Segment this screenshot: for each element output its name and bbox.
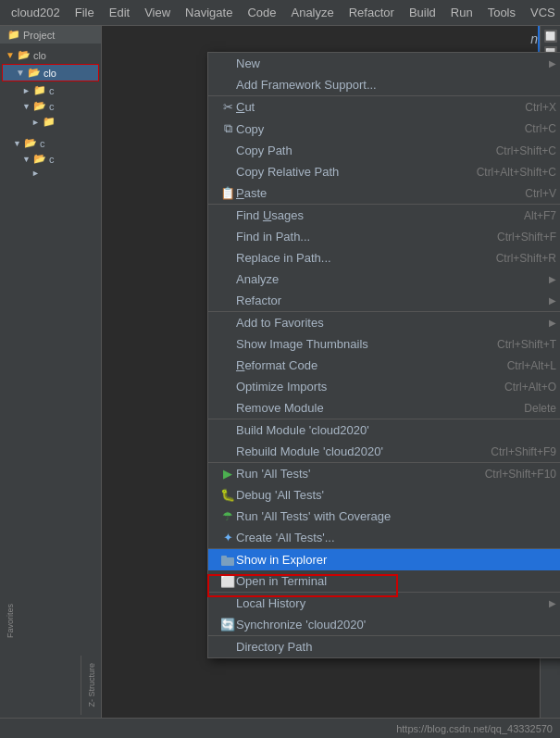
menu-vcs[interactable]: VCS xyxy=(523,2,560,23)
folder-icon-7: 📂 xyxy=(33,153,46,165)
tree-label-selected: clo xyxy=(44,68,56,79)
tree-item-c5[interactable]: ▼ 📂 c xyxy=(0,151,101,167)
menu-item-new-label: New xyxy=(236,56,549,70)
tree-item-selected[interactable]: ▼ 📂 clo xyxy=(2,64,99,81)
create-tests-icon: ✦ xyxy=(219,531,236,544)
menu-item-copy-label: Copy xyxy=(236,122,506,136)
svg-rect-1 xyxy=(221,556,227,559)
menu-item-debug[interactable]: 🐛 Debug 'All Tests' xyxy=(208,484,560,506)
menu-item-debug-label: Debug 'All Tests' xyxy=(236,488,556,502)
menu-item-find-in-path-label: Find in Path... xyxy=(236,230,479,244)
menu-item-build-module[interactable]: Build Module 'cloud2020' xyxy=(208,419,560,441)
menu-item-open-terminal-label: Open in Terminal xyxy=(236,574,556,588)
menu-item-build-label: Build Module 'cloud2020' xyxy=(236,423,556,437)
find-in-path-shortcut: Ctrl+Shift+F xyxy=(479,231,556,244)
menu-item-analyze-label: Analyze xyxy=(236,272,549,286)
tree-item-c2[interactable]: ▼ 📂 c xyxy=(0,98,101,114)
menu-analyze[interactable]: Analyze xyxy=(283,2,341,23)
favorites-label-area[interactable]: Favorites xyxy=(0,602,20,640)
new-arrow-icon: ▶ xyxy=(549,58,556,69)
menu-item-new[interactable]: New ▶ xyxy=(208,53,560,74)
menu-item-find-in-path[interactable]: Find in Path... Ctrl+Shift+F xyxy=(208,226,560,247)
arrow-icon-6: ► xyxy=(31,169,40,178)
menu-item-cut[interactable]: ✂ Cut Ctrl+X xyxy=(208,96,560,118)
coverage-icon: ☂ xyxy=(219,509,236,523)
project-tab[interactable]: 📁 Project xyxy=(0,26,101,44)
menu-item-add-favorites[interactable]: Add to Favorites ▶ xyxy=(208,312,560,333)
menu-item-copy-path[interactable]: Copy Path Ctrl+Shift+C xyxy=(208,140,560,161)
cut-icon: ✂ xyxy=(219,100,236,114)
sidebar-label-structure[interactable]: Z- Structure xyxy=(85,659,98,711)
menu-item-run[interactable]: ▶ Run 'All Tests' Ctrl+Shift+F10 xyxy=(208,463,560,484)
menu-run[interactable]: Run xyxy=(443,2,480,23)
menu-item-remove-label: Remove Module xyxy=(236,401,505,415)
menu-item-rebuild-module[interactable]: Rebuild Module 'cloud2020' Ctrl+Shift+F9 xyxy=(208,441,560,462)
menu-item-reformat-label: Reformat Code xyxy=(236,358,489,372)
tree-label-c5: c xyxy=(49,154,55,165)
menu-item-coverage[interactable]: ☂ Run 'All Tests' with Coverage xyxy=(208,506,560,527)
menu-view[interactable]: View xyxy=(137,2,178,23)
menu-item-coverage-label: Run 'All Tests' with Coverage xyxy=(236,509,556,523)
menu-item-open-terminal[interactable]: ⬜ Open in Terminal xyxy=(208,570,560,592)
rebuild-shortcut: Ctrl+Shift+F9 xyxy=(472,445,556,458)
menu-section-6: ▶ Run 'All Tests' Ctrl+Shift+F10 🐛 Debug… xyxy=(208,463,560,549)
arrow-icon-2: ▼ xyxy=(22,102,31,111)
menu-item-show-in-explorer[interactable]: Show in Explorer xyxy=(208,549,560,570)
menu-item-find-usages[interactable]: Find Usages Alt+F7 xyxy=(208,205,560,226)
menu-item-directory-label: Directory Path xyxy=(236,640,556,654)
scroll-btn-1[interactable]: ⬜ xyxy=(544,30,557,43)
menu-item-replace-in-path[interactable]: Replace in Path... Ctrl+Shift+R xyxy=(208,247,560,269)
menu-item-analyze[interactable]: Analyze ▶ xyxy=(208,269,560,290)
menu-edit[interactable]: Edit xyxy=(102,2,137,23)
folder-icon-6: 📂 xyxy=(24,137,37,149)
menu-item-add-favorites-label: Add to Favorites xyxy=(236,316,549,330)
arrow-icon-5: ▼ xyxy=(22,155,31,164)
tree-item-cloud[interactable]: ▼ 📂 clo xyxy=(0,47,101,63)
optimize-shortcut: Ctrl+Alt+O xyxy=(486,381,556,394)
thumbnails-shortcut: Ctrl+Shift+T xyxy=(479,338,556,351)
menu-code[interactable]: Code xyxy=(240,2,283,23)
editor-char: n xyxy=(530,31,538,46)
menu-item-synchronize[interactable]: 🔄 Synchronize 'cloud2020' xyxy=(208,614,560,635)
menu-item-remove-module[interactable]: Remove Module Delete xyxy=(208,397,560,419)
folder-icon-3: 📁 xyxy=(33,84,46,96)
tree-item-c6[interactable]: ► xyxy=(0,167,101,180)
status-bar: https://blog.csdn.net/qq_43332570 xyxy=(0,718,560,738)
menu-item-copy[interactable]: ⧉ Copy Ctrl+C xyxy=(208,118,560,140)
copy-relative-shortcut: Ctrl+Alt+Shift+C xyxy=(458,166,556,179)
editor-area: n ⬜ ⬜ ⬜ ⬜ ⬜ New ▶ Add Framework Suppor xyxy=(102,26,560,738)
menu-item-show-thumbnails[interactable]: Show Image Thumbnails Ctrl+Shift+T xyxy=(208,333,560,355)
menu-item-refactor[interactable]: Refactor ▶ xyxy=(208,290,560,311)
menu-item-optimize-imports[interactable]: Optimize Imports Ctrl+Alt+O xyxy=(208,376,560,397)
analyze-arrow-icon: ▶ xyxy=(549,274,556,284)
menu-build[interactable]: Build xyxy=(402,2,443,23)
menubar: cloud202 File Edit View Navigate Code An… xyxy=(0,0,560,26)
menu-item-paste-label: Paste xyxy=(236,186,506,200)
menu-item-copy-relative-path[interactable]: Copy Relative Path Ctrl+Alt+Shift+C xyxy=(208,161,560,182)
menu-item-run-label: Run 'All Tests' xyxy=(236,467,467,481)
menu-section-2: ✂ Cut Ctrl+X ⧉ Copy Ctrl+C Copy Path Ctr… xyxy=(208,96,560,205)
menu-item-add-framework[interactable]: Add Framework Support... xyxy=(208,74,560,95)
menu-item-paste[interactable]: 📋 Paste Ctrl+V xyxy=(208,182,560,204)
menu-item-refactor-label: Refactor xyxy=(236,294,549,307)
copy-path-shortcut: Ctrl+Shift+C xyxy=(478,144,556,157)
tree-item-c4[interactable]: ▼ 📂 c xyxy=(0,135,101,151)
status-url: https://blog.csdn.net/qq_43332570 xyxy=(396,723,553,734)
menu-section-9: Directory Path xyxy=(208,636,560,657)
tree-label-c2: c xyxy=(49,101,55,112)
menu-file[interactable]: File xyxy=(68,2,102,23)
menu-navigate[interactable]: Navigate xyxy=(178,2,240,23)
menu-item-directory-path[interactable]: Directory Path xyxy=(208,636,560,657)
favorites-arrow-icon: ▶ xyxy=(549,318,556,328)
menu-refactor[interactable]: Refactor xyxy=(342,2,402,23)
menu-item-local-history[interactable]: Local History ▶ xyxy=(208,593,560,614)
menu-section-1: New ▶ Add Framework Support... xyxy=(208,53,560,96)
menu-item-create-tests[interactable]: ✦ Create 'All Tests'... xyxy=(208,527,560,548)
tree-item-c3[interactable]: ► 📁 xyxy=(0,114,101,130)
menu-item-reformat[interactable]: Reformat Code Ctrl+Alt+L xyxy=(208,355,560,376)
project-icon: 📁 xyxy=(7,29,20,41)
menu-section-7: Show in Explorer ⬜ Open in Terminal xyxy=(208,549,560,593)
tree-item-c1[interactable]: ► 📁 c xyxy=(0,82,101,98)
menu-tools[interactable]: Tools xyxy=(480,2,523,23)
arrow-icon-4: ▼ xyxy=(13,139,21,148)
